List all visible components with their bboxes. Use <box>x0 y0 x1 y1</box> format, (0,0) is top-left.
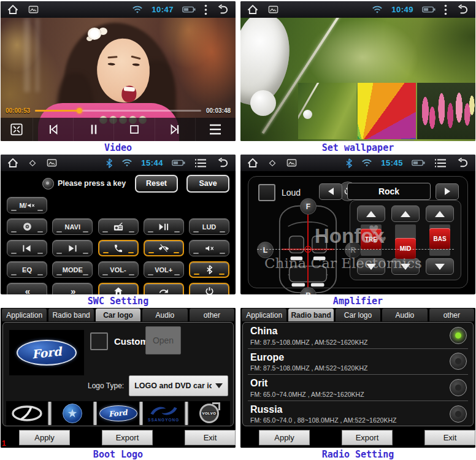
back-icon[interactable] <box>216 157 229 169</box>
gallery-icon[interactable] <box>46 157 58 169</box>
seek-bar[interactable] <box>35 110 201 112</box>
next-button[interactable] <box>155 118 195 141</box>
key-forward[interactable]: » <box>52 283 93 294</box>
open-button[interactable]: Open <box>145 326 181 355</box>
band-row-china[interactable]: China FM: 87.5~108.0MHZ , AM:522~1620KHZ <box>248 323 468 349</box>
video-frame[interactable]: 00:00:53 00:03:48 <box>1 18 236 141</box>
treble-up-button[interactable] <box>357 205 385 222</box>
list-menu-icon[interactable] <box>434 158 447 168</box>
balance-left-button[interactable]: L <box>257 242 274 258</box>
logo-type-dropdown[interactable]: LOGO and DVD car ico <box>129 375 228 396</box>
treble-down-button[interactable] <box>357 258 385 275</box>
apply-button[interactable]: Apply <box>19 430 70 445</box>
thumbnail-flowers[interactable] <box>417 83 475 139</box>
diamond-icon[interactable] <box>267 158 277 168</box>
list-menu-icon[interactable] <box>194 158 207 168</box>
thumbnail-golf[interactable] <box>298 83 356 139</box>
logo-volvo[interactable]: VOLVO <box>188 401 230 426</box>
back-icon[interactable] <box>216 4 229 15</box>
mid-up-button[interactable] <box>391 205 420 222</box>
radio-button-selected[interactable] <box>450 327 467 344</box>
playlist-button[interactable] <box>195 118 236 141</box>
balance-fader-zone[interactable]: F B L R <box>262 201 354 294</box>
key-eq[interactable]: EQ <box>7 261 47 278</box>
band-row-russia[interactable]: Russia FM: 65.0~74.0 , 88~108.0MHZ , AM:… <box>248 401 468 426</box>
tab-application[interactable]: Application <box>2 309 47 321</box>
back-icon[interactable] <box>456 4 469 15</box>
key-phone-end[interactable] <box>144 240 184 256</box>
key-radio[interactable] <box>98 218 139 235</box>
menu-dots-icon[interactable] <box>444 4 447 15</box>
mid-down-button[interactable] <box>391 258 420 275</box>
key-disc[interactable] <box>7 218 47 235</box>
apply-button[interactable]: Apply <box>259 430 310 445</box>
key-mute[interactable] <box>189 240 229 256</box>
logo-faw[interactable] <box>6 401 48 426</box>
diamond-icon[interactable] <box>28 158 37 168</box>
band-row-orit[interactable]: Orit FM: 65.0~74.0MHZ , AM:522~1620KHZ <box>248 375 468 401</box>
key-play-pause[interactable] <box>144 218 184 235</box>
key-bluetooth[interactable] <box>189 261 229 278</box>
gallery-icon[interactable] <box>267 4 279 15</box>
logo-blue-round[interactable] <box>52 401 93 426</box>
tab-application[interactable]: Application <box>242 309 286 321</box>
exit-button[interactable]: Exit <box>185 430 236 445</box>
home-icon[interactable] <box>247 157 259 169</box>
preset-prev-button[interactable] <box>319 183 342 200</box>
bass-track[interactable]: BAS <box>429 224 450 256</box>
reset-button[interactable]: Reset <box>135 175 178 193</box>
export-button[interactable]: Export <box>342 430 393 445</box>
loud-checkbox[interactable] <box>258 184 275 201</box>
tab-radio-band[interactable]: Radio band <box>288 309 333 321</box>
custom-checkbox[interactable] <box>90 332 108 350</box>
radio-button[interactable] <box>450 379 467 396</box>
gallery-icon[interactable] <box>286 157 298 169</box>
band-row-europe[interactable]: Europe FM: 87.5~108.0MHZ , AM:522~1620KH… <box>248 349 468 375</box>
logo-ford[interactable]: Ford <box>97 401 139 426</box>
preset-next-button[interactable] <box>436 183 459 200</box>
bass-up-button[interactable] <box>426 205 454 222</box>
thumbnail-umbrella[interactable] <box>358 83 416 139</box>
home-icon[interactable] <box>7 157 19 169</box>
menu-dots-icon[interactable] <box>204 4 207 15</box>
key-power[interactable] <box>189 283 229 294</box>
tab-other[interactable]: other <box>429 309 474 321</box>
mid-track[interactable]: MID <box>395 224 416 256</box>
key-vol-plus[interactable]: VOL+ <box>144 261 184 278</box>
key-next[interactable] <box>52 240 93 256</box>
fullscreen-button[interactable] <box>1 118 33 141</box>
key-mute-combo[interactable]: M/ <box>7 197 47 213</box>
back-icon[interactable] <box>456 157 469 169</box>
seek-thumb[interactable] <box>77 108 82 113</box>
radio-button[interactable] <box>450 405 467 423</box>
fader-front-button[interactable]: F <box>300 198 317 215</box>
exit-button[interactable]: Exit <box>424 430 475 445</box>
key-redo[interactable] <box>144 283 184 294</box>
tab-car-logo[interactable]: Car logo <box>336 309 380 321</box>
bass-down-button[interactable] <box>426 258 454 275</box>
tab-other[interactable]: other <box>190 309 234 321</box>
key-lud[interactable]: LUD <box>189 218 229 235</box>
home-icon[interactable] <box>7 4 19 16</box>
key-phone[interactable] <box>98 240 139 256</box>
slider-handle[interactable]: TRE <box>361 229 382 250</box>
set-wallpaper-button[interactable]: Set wallpaper <box>337 140 414 141</box>
key-mode[interactable]: MODE <box>52 261 93 278</box>
tab-audio[interactable]: Audio <box>382 309 427 321</box>
save-button[interactable]: Save <box>186 175 229 193</box>
key-rewind[interactable]: « <box>7 283 47 294</box>
key-previous[interactable] <box>7 240 47 256</box>
slider-handle[interactable]: BAS <box>429 228 450 249</box>
stop-button[interactable] <box>113 118 154 141</box>
key-navi[interactable]: NAVI <box>52 218 93 235</box>
pause-button[interactable] <box>73 118 113 141</box>
export-button[interactable]: Export <box>102 430 153 445</box>
radio-button[interactable] <box>450 353 467 370</box>
key-home[interactable] <box>98 283 139 294</box>
tab-radio-band[interactable]: Radio band <box>48 309 93 321</box>
logo-ssangyong[interactable]: SSANGYONG <box>143 401 185 426</box>
gallery-icon[interactable] <box>28 4 39 15</box>
tab-audio[interactable]: Audio <box>142 309 187 321</box>
tab-car-logo[interactable]: Car logo <box>96 309 140 321</box>
treble-track[interactable]: TRE <box>361 224 382 256</box>
